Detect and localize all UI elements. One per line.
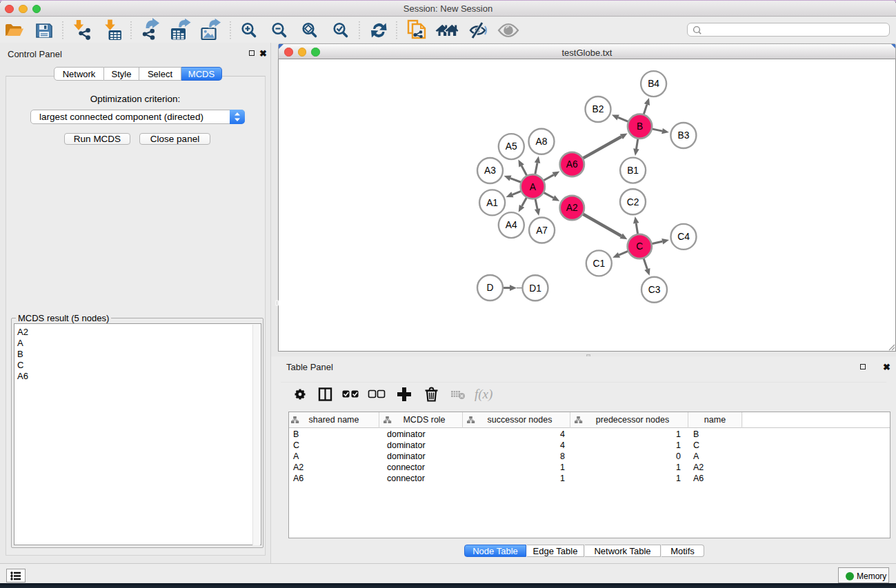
- svg-text:C: C: [636, 241, 643, 252]
- svg-text:f(x): f(x): [475, 387, 492, 402]
- svg-text:A1: A1: [486, 198, 498, 208]
- svg-text:C1: C1: [593, 258, 605, 269]
- svg-text:B3: B3: [677, 130, 689, 141]
- svg-text:D: D: [487, 283, 494, 293]
- svg-text:D1: D1: [529, 283, 541, 294]
- svg-text:C2: C2: [627, 197, 639, 207]
- svg-text:C4: C4: [677, 232, 690, 242]
- svg-text:B: B: [637, 121, 643, 132]
- svg-text:B1: B1: [627, 165, 639, 176]
- svg-text:A4: A4: [506, 220, 517, 230]
- svg-text:A5: A5: [506, 141, 517, 152]
- svg-text:A8: A8: [536, 136, 548, 147]
- svg-text:B2: B2: [593, 104, 604, 114]
- svg-text:A3: A3: [484, 165, 496, 176]
- svg-text:B4: B4: [648, 79, 659, 89]
- svg-text:A2: A2: [566, 203, 578, 213]
- svg-text:A6: A6: [566, 159, 578, 170]
- svg-text:C3: C3: [648, 285, 661, 295]
- svg-text:A: A: [530, 182, 537, 192]
- svg-text:A7: A7: [536, 225, 548, 236]
